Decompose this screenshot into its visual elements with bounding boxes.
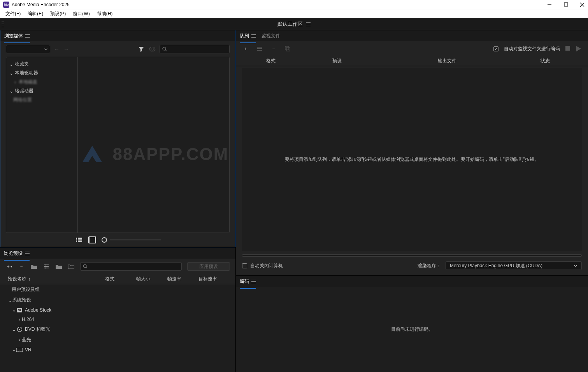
app-icon: Me [3,2,9,8]
preset-row-stock[interactable]: ⌄StAdobe Stock [0,305,235,315]
start-queue-icon[interactable] [576,46,582,51]
apply-preset-button[interactable]: 应用预设 [187,262,230,271]
zoom-slider[interactable] [102,237,161,243]
slider-knob-icon[interactable] [102,237,107,243]
svg-rect-25 [257,47,262,48]
queue-drop-area[interactable]: 要将项目添加到队列，请单击"添加源"按钮或者从媒体浏览器或桌面将文件拖到此处。要… [242,68,582,251]
eye-icon[interactable] [149,46,156,53]
col-format[interactable]: 格式 [105,276,136,282]
menu-window[interactable]: 窗口(W) [70,10,93,18]
auto-encode-label: 自动对监视文件夹进行编码 [504,46,560,52]
queue-settings-icon[interactable] [256,45,263,52]
tree-local-item[interactable]: ›本地磁盘 [8,78,76,86]
preset-row-h264[interactable]: ›H.264 [0,315,235,324]
search-icon [83,264,88,269]
encoding-hint-text: 目前尚未进行编码。 [391,326,433,333]
auto-encode-checkbox[interactable] [493,46,498,51]
import-preset-icon[interactable] [55,263,62,270]
menu-file[interactable]: 文件(F) [2,10,24,18]
add-preset-icon[interactable]: ＋▾ [5,263,12,270]
svg-rect-8 [76,241,77,242]
media-search-box[interactable] [160,45,230,53]
preset-column-headers: 预设名称 ↑ 格式 帧大小 帧速率 目标速率 [0,274,235,284]
svg-text:St: St [18,309,21,312]
add-source-icon[interactable]: ＋ [242,45,249,52]
nav-forward-icon[interactable]: → [63,46,69,52]
svg-point-24 [19,329,20,330]
tree-network-item-2[interactable] [8,104,76,112]
preset-row-system[interactable]: ⌄系统预设 [0,295,235,305]
preset-search-input[interactable] [89,264,179,269]
preset-settings-icon[interactable] [43,263,50,270]
workspace-switcher[interactable]: 默认工作区 [277,21,311,28]
media-search-input[interactable] [169,47,227,51]
tree-network-drives[interactable]: ⌄络驱动器 [8,86,76,95]
watermark: 88APPP.COM [79,143,229,166]
menu-help[interactable]: 帮助(H) [94,10,116,18]
queue-col-status[interactable]: 状态 [514,58,576,64]
col-rate[interactable]: 目标速率 [198,276,226,282]
chevron-down-icon [44,48,47,51]
renderer-value: Mercury Playback Engine GPU 加速 (CUDA) [450,263,542,269]
tree-favorites[interactable]: ⌄收藏夹 [8,60,76,69]
svg-point-16 [45,264,46,266]
tree-network-item[interactable]: 网络位置 [8,95,76,104]
duplicate-icon[interactable] [284,45,291,52]
svg-rect-30 [565,46,570,51]
slider-track[interactable] [110,240,161,240]
drag-handle-icon[interactable] [2,20,4,28]
panel-options-icon[interactable] [251,280,256,283]
media-browser-panel: 浏览媒体 ← → [0,30,235,247]
list-view-icon[interactable] [75,236,83,243]
preset-browser-tab[interactable]: 浏览预设 [4,249,30,258]
panel-options-icon[interactable] [251,34,256,38]
panel-options-icon[interactable] [25,252,30,255]
col-size[interactable]: 帧大小 [136,276,167,282]
path-dropdown[interactable] [6,45,50,53]
export-preset-icon[interactable] [68,263,75,270]
queue-col-preset[interactable]: 预设 [294,58,380,64]
tree-local-drives[interactable]: ⌄本地驱动器 [8,69,76,78]
close-button[interactable] [579,2,585,7]
filter-icon[interactable] [138,46,145,53]
col-fps[interactable]: 帧速率 [167,276,198,282]
queue-tab[interactable]: 队列 [240,31,256,41]
watch-folders-tab[interactable]: 监视文件 [262,31,280,41]
minimize-button[interactable] [547,2,552,7]
preset-row-bluray[interactable]: ›蓝光 [0,335,235,345]
grid-view-icon[interactable] [88,236,96,243]
preset-search-box[interactable] [80,262,182,271]
svg-line-20 [86,267,87,268]
queue-col-format[interactable]: 格式 [247,58,294,64]
media-browser-tab-label: 浏览媒体 [4,33,23,39]
encoding-tab[interactable]: 编码 [240,277,256,286]
preset-row-dvd[interactable]: ⌄DVD 和蓝光 [0,324,235,335]
stop-queue-icon[interactable] [565,46,571,51]
app-title: Adobe Media Encoder 2025 [12,2,547,7]
svg-rect-7 [76,240,77,241]
auto-shutdown-checkbox[interactable] [242,263,247,268]
menu-preset[interactable]: 预设(P) [47,10,69,18]
media-tree: ⌄收藏夹 ⌄本地驱动器 ›本地磁盘 ⌄络驱动器 网络位置 [6,57,78,233]
remove-source-icon[interactable]: − [270,45,277,52]
col-name[interactable]: 预设名称 ↑ [8,276,105,282]
nav-back-icon[interactable]: ← [54,46,60,52]
auto-shutdown-label: 自动关闭计算机 [250,263,283,269]
workspace-bar: 默认工作区 [0,18,588,30]
preset-row-vr[interactable]: ⌄VR [0,345,235,354]
menu-edit[interactable]: 编辑(E) [25,10,46,18]
svg-rect-9 [78,238,82,239]
new-group-icon[interactable] [30,263,37,270]
remove-preset-icon[interactable]: − [18,263,25,270]
svg-rect-26 [257,48,262,49]
renderer-dropdown[interactable]: Mercury Playback Engine GPU 加速 (CUDA) [446,261,582,270]
preset-browser-panel: 浏览预设 ＋▾ − 应用预设 [0,247,235,372]
svg-rect-11 [78,241,82,242]
panel-options-icon[interactable] [25,34,30,38]
preset-list: 用户预设及组 ⌄系统预设 ⌄StAdobe Stock ›H.264 ⌄DVD … [0,284,235,372]
preset-row-user[interactable]: 用户预设及组 [0,284,235,295]
maximize-button[interactable] [563,2,569,7]
media-browser-tab[interactable]: 浏览媒体 [4,31,30,41]
queue-panel: 队列 监视文件 ＋ − 自动对监视文件夹进行编码 [236,30,588,275]
queue-col-output[interactable]: 输出文件 [380,58,514,64]
